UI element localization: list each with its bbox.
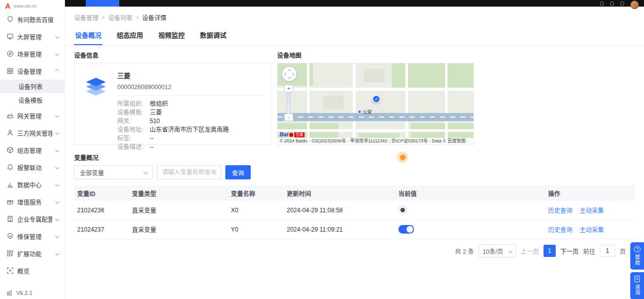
breadcrumb-device-mgmt[interactable]: 设备管理 <box>74 13 98 22</box>
sidebar-item-device-mgmt[interactable]: 设备管理 <box>0 62 64 80</box>
table-row: 21024237 直采变量 Y0 2024-04-29 11:09:21 历史查… <box>74 220 635 239</box>
sidebar-item-enterprise-config[interactable]: 企业专属配置 <box>0 210 64 228</box>
active-window-tab[interactable] <box>86 0 119 7</box>
message-icon[interactable] <box>610 2 614 6</box>
map-zoom-control: + - <box>284 85 293 121</box>
tab-device-overview[interactable]: 设备概况 <box>74 25 103 45</box>
sidebar: A www.usr.cn 有问题去百度 大屏管理 场景管理 设备管理 <box>0 0 65 299</box>
page-number-button[interactable]: 1 <box>544 245 556 257</box>
sidebar-item-config-mgmt[interactable]: 组态管理 <box>0 141 64 159</box>
pan-left-icon[interactable] <box>284 72 288 76</box>
table-row: 21024236 直采变量 X0 2024-04-29 11:08:58 历史查… <box>74 201 635 220</box>
page-size-select[interactable]: 10条/页 <box>479 244 516 257</box>
zoom-slider[interactable] <box>287 92 290 114</box>
device-map[interactable]: 公安 ✓ + - <box>277 63 474 145</box>
poi-dot-icon <box>358 110 361 114</box>
shield-check-icon <box>7 233 14 240</box>
sidebar-item-device-template[interactable]: 设备模板 <box>0 93 64 107</box>
sidebar-item-alarm-linkage[interactable]: 报警联动 <box>0 159 64 176</box>
shield-question-icon <box>7 16 14 23</box>
pagination: 共 2 条 10条/页 上一页 1 下一页 前往 页 <box>74 244 635 257</box>
location-pin-icon[interactable]: ✓ <box>372 95 381 103</box>
settings-icon[interactable] <box>620 2 624 6</box>
sidebar-item-baidu-help[interactable]: 有问题去百度 <box>0 11 64 28</box>
detail-tabs: 设备概况 组态应用 视频监控 数据调试 <box>65 25 644 46</box>
help-button[interactable]: ? 帮助 <box>630 242 644 270</box>
cell-variable-id: 21024237 <box>74 226 129 233</box>
device-grid-icon <box>7 67 14 74</box>
map-attribution: © 2024 Baidu - GS(2023)3206号 - 甲测资字11111… <box>278 138 473 144</box>
monitor-icon <box>7 33 14 40</box>
active-collect-link[interactable]: 主动采集 <box>580 206 604 214</box>
main-area: 设备管理 > 设备列表 > 设备详情 设备概况 组态应用 视频监控 数据调试 设… <box>65 7 644 299</box>
goto-unit: 页 <box>620 247 626 255</box>
breadcrumb-separator: > <box>135 14 139 21</box>
zoom-out-button[interactable]: - <box>284 114 293 121</box>
version-row: V6.2.1 <box>7 290 32 296</box>
next-page-button[interactable]: 下一页 <box>560 247 579 255</box>
version-icon <box>7 290 13 296</box>
variables-table: 变量ID 变量类型 变量名称 更新时间 当前值 操作 21024236 直采变量… <box>74 185 635 239</box>
breadcrumb-device-list[interactable]: 设备列表 <box>108 13 132 22</box>
search-button[interactable]: 查询 <box>225 165 251 179</box>
chevron-down-icon <box>55 165 59 169</box>
history-query-link[interactable]: 历史查询 <box>548 206 572 214</box>
history-query-link[interactable]: 历史查询 <box>548 225 572 234</box>
map-highway <box>278 113 473 121</box>
zoom-in-button[interactable]: + <box>284 85 293 92</box>
sidebar-item-value-added[interactable]: 增值服务 <box>0 193 64 210</box>
chevron-up-icon <box>55 69 59 73</box>
content: 设备信息 三菱 0000026089000012 <box>65 46 644 257</box>
tab-config-app[interactable]: 组态应用 <box>116 25 144 45</box>
sidebar-item-screen-mgmt[interactable]: 大屏管理 <box>0 28 64 45</box>
map-road <box>307 63 310 144</box>
variable-search-input[interactable] <box>157 165 221 179</box>
sidebar-nav: 有问题去百度 大屏管理 场景管理 设备管理 设备列表 设备模板 <box>0 11 64 279</box>
map-pan-control[interactable] <box>282 66 297 82</box>
sidebar-item-device-list[interactable]: 设备列表 <box>0 80 64 93</box>
map-road <box>405 63 408 144</box>
value-toggle[interactable] <box>398 225 414 234</box>
notification-icon[interactable] <box>600 2 604 6</box>
consult-button[interactable]: 咨询 <box>630 272 644 299</box>
tab-video-monitor[interactable]: 视频监控 <box>157 25 186 45</box>
chevron-down-icon <box>55 114 59 118</box>
building-icon <box>7 215 14 222</box>
prev-page-button[interactable]: 上一页 <box>521 247 539 255</box>
map-poi-label: 公安 <box>358 108 372 115</box>
sidebar-item-scene-mgmt[interactable]: 场景管理 <box>0 45 64 62</box>
variable-type-select[interactable]: 全部变量 <box>74 165 153 179</box>
chevron-down-icon <box>55 182 59 186</box>
pan-up-icon[interactable] <box>288 69 291 72</box>
value-toggle[interactable] <box>398 206 407 214</box>
chevron-down-icon <box>55 52 59 56</box>
device-name: 三菱 <box>117 69 265 80</box>
sidebar-item-data-center[interactable]: 数据中心 <box>0 176 64 193</box>
field-template: 设备模板:三菱 <box>117 108 265 117</box>
variables-filter-row: 全部变量 查询 <box>74 165 635 179</box>
question-icon: ? <box>634 246 640 252</box>
topbar-actions <box>600 1 639 9</box>
cell-variable-id: 21024236 <box>74 207 129 214</box>
gift-icon <box>7 198 14 205</box>
goto-page-input[interactable] <box>600 245 615 257</box>
variables-section: 变量概况 全部变量 查询 变量ID 变量类型 变量名称 更新时间 <box>74 153 635 257</box>
sidebar-item-extensions[interactable]: 扩展功能 <box>0 245 64 262</box>
document-icon <box>634 276 640 282</box>
map-road <box>445 63 448 144</box>
sidebar-item-overview[interactable]: 概览 <box>0 262 64 279</box>
brand-logo: A <box>5 3 11 9</box>
chevron-down-icon <box>144 170 148 174</box>
bar-chart-icon <box>7 181 14 188</box>
sidebar-item-maintenance-mgmt[interactable]: 维保管理 <box>0 228 64 245</box>
variables-title: 变量概况 <box>74 153 635 162</box>
pan-down-icon[interactable] <box>288 76 291 79</box>
sidebar-item-third-gateway-mgmt[interactable]: 三方网关管理 <box>0 124 64 141</box>
sidebar-item-gateway-mgmt[interactable]: 网关管理 <box>0 107 64 124</box>
tab-data-debug[interactable]: 数据调试 <box>199 25 227 45</box>
avatar[interactable] <box>630 1 639 9</box>
pan-right-icon[interactable] <box>291 72 294 76</box>
chevron-down-icon <box>55 217 59 221</box>
active-collect-link[interactable]: 主动采集 <box>580 225 604 234</box>
user-icon <box>7 129 14 136</box>
